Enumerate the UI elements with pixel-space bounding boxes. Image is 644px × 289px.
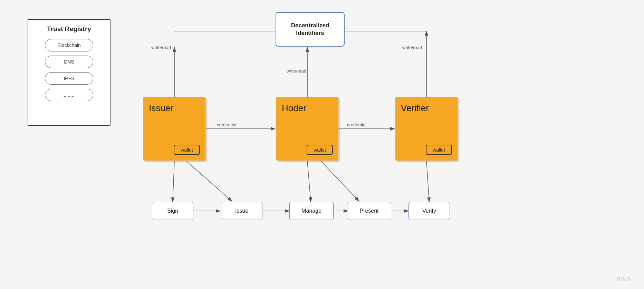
verifier-wallet: wallet [426,145,452,155]
verifier-box: Verifier wallet [395,97,458,161]
verifier-label: Verifier [401,103,429,114]
trust-registry-title: Trust Registry [47,25,91,33]
arrow-label-issuer-did: write/read [151,45,171,50]
issuer-wallet: wallet [174,145,200,155]
svg-line-14 [321,161,359,201]
sign-box: Sign [152,202,193,220]
present-box: Present [347,202,391,220]
arrow-label-holder-did: write/read [287,68,306,74]
did-label: DecentralizedIdentifiers [291,22,329,37]
svg-line-13 [307,161,311,202]
arrow-label-verifier-did: write/read [402,45,422,50]
svg-line-11 [186,161,232,201]
manage-box: Manage [289,202,334,220]
trust-registry-box: Trust Registry Blockchain DNS IPFS .....… [28,19,110,126]
registry-item-other: .......... [45,89,93,101]
registry-item-blockchain: Blockchain [45,39,93,51]
svg-line-17 [426,161,429,202]
issuer-box: Issuer wallet [143,97,205,161]
holder-box: Hoder wallet [276,97,338,161]
arrow-label-issuer-holder: credential [217,122,236,127]
miro-watermark: miro [617,275,630,283]
holder-label: Hoder [282,103,306,114]
verify-box: Verify [408,202,450,220]
did-box: DecentralizedIdentifiers [276,12,345,47]
registry-item-dns: DNS [45,56,93,68]
svg-line-9 [173,161,174,202]
issuer-label: Issuer [149,103,173,114]
issue-box: Issue [221,202,262,220]
arrow-label-holder-verifier: credential [347,122,366,127]
canvas: Trust Registry Blockchain DNS IPFS .....… [0,0,644,289]
registry-item-ipfs: IPFS [45,72,93,85]
holder-wallet: wallet [307,145,333,155]
